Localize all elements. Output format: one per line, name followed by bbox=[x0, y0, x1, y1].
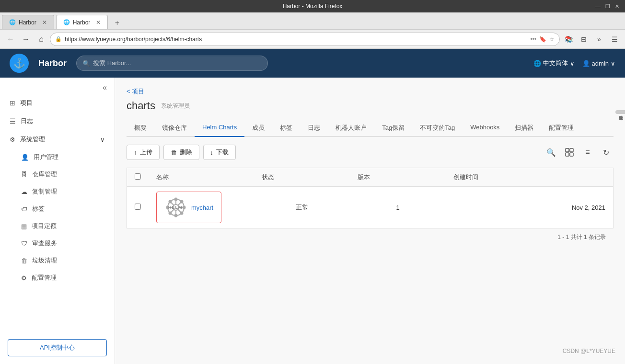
header-right: 🌐 中文简体 ∨ 👤 admin ∨ bbox=[533, 59, 615, 68]
row-version: 1 bbox=[396, 204, 399, 211]
delete-button[interactable]: 🗑 删除 bbox=[163, 145, 199, 160]
breadcrumb[interactable]: < 项目 bbox=[127, 87, 613, 96]
download-button[interactable]: ↓ 下载 bbox=[203, 145, 236, 160]
row-checkbox-cell bbox=[127, 187, 149, 228]
sidebar-quota-label: 项目定额 bbox=[32, 222, 57, 230]
sidebar-item-trash[interactable]: 🗑 垃圾清理 bbox=[0, 252, 115, 269]
tab-logs[interactable]: 日志 bbox=[300, 120, 328, 136]
tab-overview[interactable]: 概要 bbox=[127, 120, 154, 136]
tab-config-mgmt[interactable]: 配置管理 bbox=[541, 120, 581, 136]
row-date-cell: Nov 2, 2021 bbox=[446, 187, 613, 228]
tab-immutable-tag[interactable]: 不可变的Tag bbox=[412, 120, 463, 136]
svg-rect-1 bbox=[570, 148, 573, 152]
svg-rect-0 bbox=[566, 148, 569, 152]
api-control-center-button[interactable]: API控制中心 bbox=[8, 339, 107, 356]
sidebar-item-audit[interactable]: 🛡 审查服务 bbox=[0, 235, 115, 252]
quota-icon: ▤ bbox=[21, 223, 27, 230]
sidebar-item-user-mgmt[interactable]: 👤 用户管理 bbox=[0, 148, 115, 166]
bookmark-icon[interactable]: 🔖 bbox=[539, 36, 546, 43]
forward-button[interactable]: → bbox=[19, 33, 33, 46]
upload-icon: ↑ bbox=[134, 149, 137, 156]
refresh-btn[interactable]: ↻ bbox=[598, 145, 613, 160]
window-controls[interactable]: — ❐ ✕ bbox=[595, 3, 619, 10]
page-badge: 系统管理员 bbox=[161, 102, 190, 110]
table-row: HELM mychart 正常 1 Nov 2, 2021 bbox=[127, 187, 613, 228]
synced-tabs-btn[interactable]: ⊟ bbox=[577, 33, 590, 46]
tab-webhooks[interactable]: Webhooks bbox=[463, 120, 507, 136]
helm-logo-svg: HELM bbox=[164, 196, 187, 219]
url-text: https://www.lyueyue.org/harbor/projects/… bbox=[65, 36, 527, 43]
tab-close-1[interactable]: ✕ bbox=[96, 19, 101, 26]
upload-button[interactable]: ↑ 上传 bbox=[127, 145, 160, 160]
lang-chevron: ∨ bbox=[570, 60, 575, 67]
list-view-btn[interactable]: ≡ bbox=[580, 145, 595, 160]
tab-close-0[interactable]: ✕ bbox=[42, 19, 47, 26]
maximize-btn[interactable]: ❐ bbox=[605, 3, 610, 10]
search-icon-btn[interactable]: 🔍 bbox=[544, 145, 559, 160]
helm-chart-item[interactable]: HELM mychart bbox=[156, 192, 221, 223]
sidebar-system-label: 系统管理 bbox=[20, 135, 45, 144]
select-all-checkbox[interactable] bbox=[135, 173, 141, 180]
language-button[interactable]: 🌐 中文简体 ∨ bbox=[533, 59, 575, 68]
svg-point-18 bbox=[169, 201, 172, 203]
table-header-status: 状态 bbox=[254, 168, 350, 187]
helm-charts-table: 名称 状态 版本 创建时间 bbox=[127, 168, 613, 228]
sidebar-icon-btn[interactable]: 📚 bbox=[562, 33, 575, 46]
browser-title-bar: Harbor - Mozilla Firefox — ❐ ✕ bbox=[0, 0, 625, 12]
tab-tag-retention[interactable]: Tag保留 bbox=[374, 120, 412, 136]
replication-icon: ☁ bbox=[21, 188, 27, 195]
sidebar-item-replication[interactable]: ☁ 复制管理 bbox=[0, 183, 115, 200]
more-icon: ••• bbox=[530, 36, 536, 43]
labels-icon: 🏷 bbox=[21, 205, 27, 213]
sidebar-item-projects[interactable]: ⊞ 项目 bbox=[0, 94, 115, 112]
tab-repositories[interactable]: 镜像仓库 bbox=[154, 120, 195, 136]
sidebar-item-logs[interactable]: ☰ 日志 bbox=[0, 112, 115, 130]
sidebar-item-repo-mgmt[interactable]: 🗄 仓库管理 bbox=[0, 166, 115, 183]
user-menu-button[interactable]: 👤 admin ∨ bbox=[582, 60, 615, 67]
download-label: 下载 bbox=[216, 148, 229, 157]
sidebar-projects-label: 项目 bbox=[20, 99, 33, 107]
tab-members[interactable]: 成员 bbox=[244, 120, 272, 136]
browser-title: Harbor - Mozilla Firefox bbox=[283, 3, 343, 10]
tab-labels[interactable]: 标签 bbox=[272, 120, 300, 136]
grid-view-btn[interactable] bbox=[562, 145, 577, 160]
app-name: Harbor bbox=[38, 58, 67, 68]
new-tab-button[interactable]: + bbox=[111, 17, 123, 29]
sidebar-item-labels[interactable]: 🏷 标签 bbox=[0, 200, 115, 217]
header-search[interactable]: 🔍 搜索 Harbor... bbox=[76, 56, 268, 71]
star-icon[interactable]: ☆ bbox=[549, 36, 555, 43]
menu-btn[interactable]: ☰ bbox=[608, 33, 621, 46]
sidebar-item-config[interactable]: ⚙ 配置管理 bbox=[0, 269, 115, 286]
search-placeholder: 搜索 Harbor... bbox=[93, 59, 131, 68]
delete-label: 删除 bbox=[180, 148, 192, 157]
address-bar[interactable]: 🔒 https://www.lyueyue.org/harbor/project… bbox=[50, 33, 560, 46]
pagination-info: 1 - 1 共计 1 条记录 bbox=[127, 228, 613, 246]
browser-toolbar-right: 📚 ⊟ » ☰ bbox=[562, 33, 621, 46]
page-title: charts bbox=[127, 100, 155, 112]
svg-point-17 bbox=[183, 206, 185, 209]
right-edge-panel: 镜像仓库 bbox=[615, 110, 625, 114]
svg-rect-3 bbox=[570, 153, 573, 156]
api-btn-label: API控制中心 bbox=[40, 344, 75, 351]
row-status-cell: 正常 bbox=[254, 187, 350, 228]
home-button[interactable]: ⌂ bbox=[35, 33, 48, 46]
sidebar-collapse-button[interactable]: « bbox=[101, 81, 109, 94]
row-checkbox[interactable] bbox=[135, 204, 141, 210]
app-logo: ⚓ bbox=[10, 54, 29, 73]
tab-1[interactable]: 🌐 Harbor ✕ bbox=[56, 15, 108, 29]
projects-icon: ⊞ bbox=[10, 99, 15, 107]
minimize-btn[interactable]: — bbox=[595, 3, 601, 10]
sidebar-item-quota[interactable]: ▤ 项目定额 bbox=[0, 217, 115, 235]
tab-label-0: Harbor bbox=[19, 19, 36, 26]
back-button[interactable]: ← bbox=[4, 33, 17, 46]
toolbar-right: 🔍 ≡ ↻ bbox=[544, 145, 613, 160]
sidebar-group-system[interactable]: ⚙ 系统管理 ∨ bbox=[0, 130, 115, 148]
overflow-btn[interactable]: » bbox=[592, 33, 606, 46]
tab-scanners[interactable]: 扫描器 bbox=[507, 120, 541, 136]
tab-helm-charts[interactable]: Helm Charts bbox=[195, 120, 244, 136]
tab-favicon-0: 🌐 bbox=[9, 19, 16, 25]
sidebar-replication-label: 复制管理 bbox=[32, 187, 57, 196]
tab-0[interactable]: 🌐 Harbor ✕ bbox=[2, 15, 54, 29]
tab-robot-accounts[interactable]: 机器人账户 bbox=[328, 120, 374, 136]
close-btn[interactable]: ✕ bbox=[615, 3, 619, 10]
